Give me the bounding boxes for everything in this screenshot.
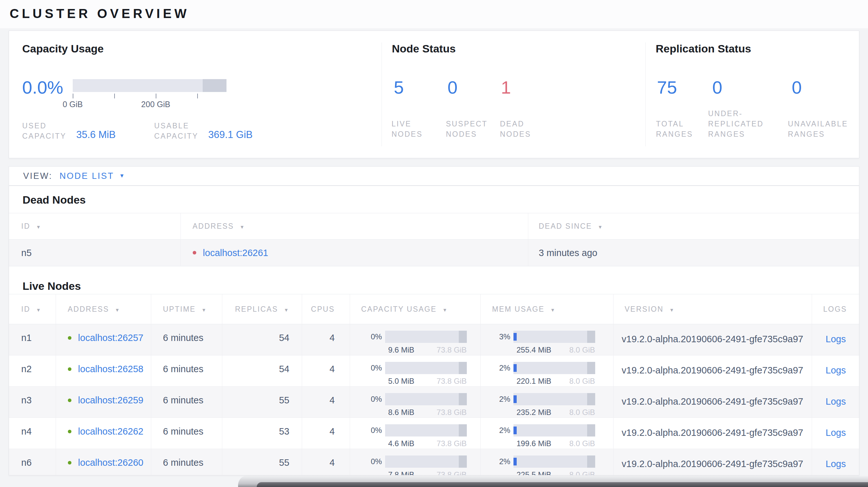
sort-arrow-icon: ▼ [36,307,41,313]
mem-percent: 2% [499,363,514,372]
capacity-percent: 0% [371,395,385,404]
dead-nodes-header-row: ID ▼ ADDRESS ▼ DEAD SINCE ▼ [9,213,859,240]
live-node-id: n6 [9,449,56,476]
live-node-version: v19.2.0-alpha.20190606-2491-gfe735c9a97 [613,324,812,355]
live-node-address-link[interactable]: localhost:26260 [78,457,144,468]
usable-capacity-value: 369.1 GiB [208,129,253,140]
axis-tick-label: 200 GiB [141,100,170,109]
chevron-down-icon: ▼ [119,173,126,179]
capacity-used: 9.6 MiB [388,346,414,355]
dead-col-header-id[interactable]: ID ▼ [9,213,181,240]
dead-col-header-dead-since[interactable]: DEAD SINCE ▼ [528,213,859,240]
dead-status-dot-icon [193,251,196,254]
mem-bar [514,331,595,343]
suspect-nodes-count: 0 [447,78,458,97]
mem-total: 8.0 GiB [569,470,595,476]
live-col-header-id[interactable]: ID ▼ [9,294,56,324]
live-node-replicas: 53 [222,418,302,449]
live-node-uptime: 6 minutes [151,324,222,355]
logs-link[interactable]: Logs [826,334,846,344]
capacity-total: 73.8 GiB [437,439,466,448]
live-node-replicas: 55 [222,449,302,476]
live-node-capacity-cell: 0% 4.6 MiB 73.8 GiB [350,418,480,449]
logs-link[interactable]: Logs [826,459,846,469]
mem-used: 225.5 MiB [517,470,551,476]
background-window-edge [257,482,868,487]
sort-arrow-icon: ▼ [442,307,448,313]
under-replicated-ranges-count: 0 [712,78,722,97]
capacity-total: 73.8 GiB [437,346,466,355]
live-status-dot-icon [68,336,71,340]
view-label: VIEW: [23,171,53,181]
live-node-id: n1 [9,324,56,355]
capacity-used: 8.6 MiB [388,408,414,417]
capacity-used: 5.0 MiB [388,377,414,386]
axis-tick [197,94,198,98]
live-col-header-uptime[interactable]: UPTIME ▼ [151,294,222,324]
live-node-address-link[interactable]: localhost:26259 [78,395,144,405]
logs-link[interactable]: Logs [826,365,846,376]
capacity-bar [385,362,467,374]
capacity-used: 7.8 MiB [388,470,414,476]
live-node-cpus: 4 [302,387,350,418]
live-node-address-link[interactable]: localhost:26257 [78,333,144,343]
sort-arrow-icon: ▼ [202,307,207,313]
sort-arrow-icon: ▼ [240,224,245,230]
replication-status-title: Replication Status [656,42,751,55]
live-node-row: n2 localhost:26258 6 minutes 54 4 0% [9,355,859,387]
axis-tick [114,94,115,98]
live-node-address-link[interactable]: localhost:26258 [78,364,144,374]
live-node-row: n4 localhost:26262 6 minutes 53 4 0% [9,418,859,449]
live-node-id: n4 [9,418,56,449]
capacity-usage-bar [73,79,226,92]
view-dropdown[interactable]: NODE LIST ▼ [60,171,125,181]
capacity-bar [385,331,467,343]
live-node-mem-cell: 3% 255.4 MiB 8.0 GiB [480,324,613,355]
live-node-replicas: 54 [222,324,302,355]
dead-node-row: n5 localhost:26261 3 minutes ago [9,240,859,266]
live-node-row: n6 localhost:26260 6 minutes 55 4 0% [9,449,859,476]
total-ranges-count: 75 [657,78,677,97]
page-title: CLUSTER OVERVIEW [10,6,189,21]
dead-nodes-count: 1 [501,78,511,97]
capacity-percent: 0% [371,363,385,372]
sort-arrow-icon: ▼ [115,307,120,313]
live-col-header-address[interactable]: ADDRESS ▼ [56,294,151,324]
section-divider [381,42,382,147]
usable-capacity-label: USABLE CAPACITY [154,121,203,141]
axis-tick [73,94,73,98]
axis-tick-label: 0 GiB [63,100,83,109]
sort-arrow-icon: ▼ [598,224,603,230]
live-col-header-capacity[interactable]: CAPACITY USAGE ▼ [350,294,480,324]
capacity-usage-percent: 0.0% [22,78,63,97]
live-node-row: n1 localhost:26257 6 minutes 54 4 0% [9,324,859,355]
live-node-address-cell: localhost:26257 [56,324,151,355]
live-node-capacity-cell: 0% 5.0 MiB 73.8 GiB [350,355,480,387]
live-col-header-mem[interactable]: MEM USAGE ▼ [480,294,613,324]
unavailable-ranges-count: 0 [792,78,802,97]
live-col-header-replicas[interactable]: REPLICAS ▼ [222,294,302,324]
live-col-header-logs: LOGS [812,294,859,324]
live-nodes-table: ID ▼ ADDRESS ▼ UPTIME ▼ REPLICAS ▼ [9,294,859,476]
live-col-header-version[interactable]: VERSION ▼ [613,294,812,324]
mem-bar-fill [514,395,517,403]
under-replicated-ranges-label: UNDER-REPLICATED RANGES [708,108,776,139]
dead-col-header-address[interactable]: ADDRESS ▼ [181,213,528,240]
dead-node-address-link[interactable]: localhost:26261 [203,248,268,258]
capacity-percent: 0% [371,426,385,435]
live-node-uptime: 6 minutes [151,449,222,476]
mem-bar [514,362,595,374]
used-capacity-value: 35.6 MiB [76,129,116,140]
logs-link[interactable]: Logs [826,427,846,438]
dead-node-address-cell: localhost:26261 [181,240,528,266]
live-nodes-heading: Live Nodes [23,280,859,294]
logs-link[interactable]: Logs [826,396,846,407]
mem-used: 235.2 MiB [517,408,551,417]
live-node-cpus: 4 [302,355,350,387]
capacity-usage-title: Capacity Usage [22,42,103,55]
live-node-address-link[interactable]: localhost:26262 [78,426,144,436]
live-node-address-cell: localhost:26260 [56,449,151,476]
live-node-version: v19.2.0-alpha.20190606-2491-gfe735c9a97 [613,418,812,449]
live-node-id: n3 [9,387,56,418]
used-capacity-label: USED CAPACITY [22,121,70,141]
